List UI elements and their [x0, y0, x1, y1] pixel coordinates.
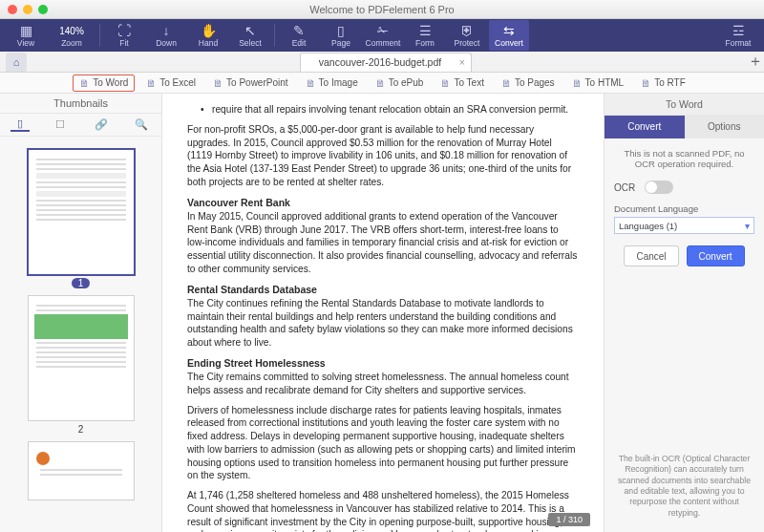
convert-panel-tabs: Convert Options [605, 116, 764, 138]
doc-icon: 🗎 [641, 77, 651, 89]
paragraph: For non-profit SROs, a $5,000-per-door g… [187, 123, 579, 189]
cancel-button[interactable]: Cancel [624, 245, 678, 266]
to-rtf-button[interactable]: 🗎To RTF [635, 75, 691, 91]
main-toolbar: ▦ View 140% Zoom ⛶Fit ↓Down ✋Hand ↖Selec… [0, 19, 764, 52]
comment-button[interactable]: ✁Comment [363, 20, 403, 51]
close-tab-icon[interactable]: × [459, 56, 465, 68]
hand-button[interactable]: ✋Hand [188, 20, 228, 51]
document-tabbar: ⌂ vancouver-2016-budget.pdf × ＋ [0, 52, 764, 73]
bullet-item: require that all repairs involving tenan… [212, 103, 579, 117]
ocr-footer-note: The built-in OCR (Optical Character Reco… [605, 444, 764, 532]
doc-icon: 🗎 [375, 77, 386, 89]
grid-icon: ▦ [20, 23, 32, 38]
thumbs-tab-bookmark[interactable]: ☐ [51, 118, 70, 131]
thumbnails-panel: Thumbnails ▯ ☐ 🔗 🔍 1 [0, 94, 162, 532]
edit-button[interactable]: ✎Edit [279, 20, 319, 51]
hand-icon: ✋ [201, 23, 217, 38]
paragraph: At 1,746 (1,258 sheltered homeless and 4… [187, 489, 579, 532]
convert-submenu: 🗎To Word 🗎To Excel 🗎To PowerPoint 🗎To Im… [0, 73, 764, 94]
to-excel-button[interactable]: 🗎To Excel [140, 75, 202, 91]
form-button[interactable]: ☰Form [405, 20, 445, 51]
convert-panel-title: To Word [605, 94, 764, 116]
convert-panel: To Word Convert Options This is not a sc… [604, 94, 764, 532]
to-word-button[interactable]: 🗎To Word [73, 74, 135, 92]
ocr-row: OCR [614, 181, 754, 194]
down-button[interactable]: ↓Down [146, 20, 186, 51]
to-powerpoint-button[interactable]: 🗎To PowerPoint [207, 75, 293, 91]
cursor-icon: ↖ [244, 23, 256, 38]
thumbnails-tabs: ▯ ☐ 🔗 🔍 [0, 114, 161, 137]
pencil-icon: ✎ [293, 23, 305, 38]
doc-icon: 🗎 [306, 77, 316, 89]
thumbs-tab-attach[interactable]: 🔗 [92, 118, 111, 131]
tab-options[interactable]: Options [685, 116, 765, 138]
toolbar-separator [99, 24, 100, 47]
paragraph: The City remains committed to solving st… [187, 371, 579, 397]
format-icon: ☲ [732, 23, 745, 38]
fit-button[interactable]: ⛶Fit [104, 20, 144, 51]
fit-icon: ⛶ [117, 23, 131, 38]
form-icon: ☰ [419, 23, 432, 38]
format-button[interactable]: ☲Format [718, 20, 758, 51]
toolbar-separator [274, 24, 275, 47]
document-tab[interactable]: vancouver-2016-budget.pdf × [300, 53, 472, 72]
home-icon: ⌂ [13, 56, 20, 68]
to-html-button[interactable]: 🗎To HTML [566, 75, 630, 91]
doc-icon: 🗎 [213, 77, 223, 89]
ocr-note: This is not a scanned PDF, no OCR operat… [614, 148, 754, 169]
chevron-down-icon: ▾ [745, 221, 750, 231]
doc-icon: 🗎 [572, 77, 583, 89]
app-title: Welcome to PDFelement 6 Pro [0, 4, 764, 15]
thumbs-tab-pages[interactable]: ▯ [11, 117, 30, 132]
to-text-button[interactable]: 🗎To Text [435, 75, 490, 91]
paragraph: In May 2015, Council approved additional… [187, 210, 579, 276]
page-button[interactable]: ▯Page [321, 20, 361, 51]
shield-icon: ⛨ [460, 23, 474, 38]
page-indicator[interactable]: 1 / 310 [548, 513, 590, 526]
thumbnails-list: 1 2 [0, 137, 161, 532]
view-button[interactable]: ▦ View [6, 20, 46, 51]
thumbnail-number: 2 [0, 424, 161, 435]
page-content: require that all repairs involving tenan… [187, 103, 579, 532]
convert-panel-buttons: Cancel Convert [614, 245, 754, 266]
doc-icon: 🗎 [146, 77, 157, 89]
to-image-button[interactable]: 🗎To Image [300, 75, 364, 91]
heading: Ending Street Homelessness [187, 356, 579, 370]
doc-icon: 🗎 [440, 77, 451, 89]
add-tab-button[interactable]: ＋ [747, 52, 764, 72]
heading: Rental Standards Database [187, 283, 579, 296]
arrow-down-icon: ↓ [163, 23, 170, 38]
to-epub-button[interactable]: 🗎To ePub [370, 75, 430, 91]
to-pages-button[interactable]: 🗎To Pages [496, 75, 561, 91]
select-button[interactable]: ↖Select [230, 20, 270, 51]
protect-button[interactable]: ⛨Protect [447, 20, 487, 51]
convert-panel-body: This is not a scanned PDF, no OCR operat… [605, 138, 764, 276]
thumbnails-title: Thumbnails [0, 94, 161, 114]
language-value: Languages (1) [619, 221, 677, 231]
zoom-button[interactable]: 140% Zoom [48, 20, 96, 51]
paragraph: Drivers of homelessness include discharg… [187, 404, 579, 483]
language-label: Document Language [614, 203, 698, 214]
ocr-label: OCR [614, 182, 635, 193]
ocr-toggle[interactable] [645, 181, 673, 194]
page-icon: ▯ [337, 23, 345, 38]
thumbnail-number: 1 [0, 278, 161, 288]
home-tab[interactable]: ⌂ [6, 53, 27, 72]
document-view[interactable]: require that all repairs involving tenan… [162, 94, 604, 532]
convert-button[interactable]: ⇆Convert [489, 20, 529, 51]
doc-icon: 🗎 [501, 77, 512, 89]
tab-convert[interactable]: Convert [605, 116, 685, 138]
heading: Vancouver Rent Bank [187, 196, 579, 209]
convert-go-button[interactable]: Convert [687, 245, 745, 266]
thumbnail-page-3[interactable] [29, 442, 134, 500]
window-titlebar: Welcome to PDFelement 6 Pro [0, 0, 764, 19]
thumbnail-page-1[interactable] [29, 150, 134, 274]
paragraph: The City continues refining the Rental S… [187, 297, 579, 350]
comment-icon: ✁ [377, 23, 389, 38]
language-select[interactable]: Languages (1) ▾ [614, 217, 754, 234]
thumbnail-page-2[interactable] [29, 296, 134, 420]
document-tab-label: vancouver-2016-budget.pdf [319, 56, 441, 68]
doc-icon: 🗎 [79, 77, 90, 89]
thumbs-tab-search[interactable]: 🔍 [132, 118, 151, 131]
workspace: Thumbnails ▯ ☐ 🔗 🔍 1 [0, 94, 764, 532]
